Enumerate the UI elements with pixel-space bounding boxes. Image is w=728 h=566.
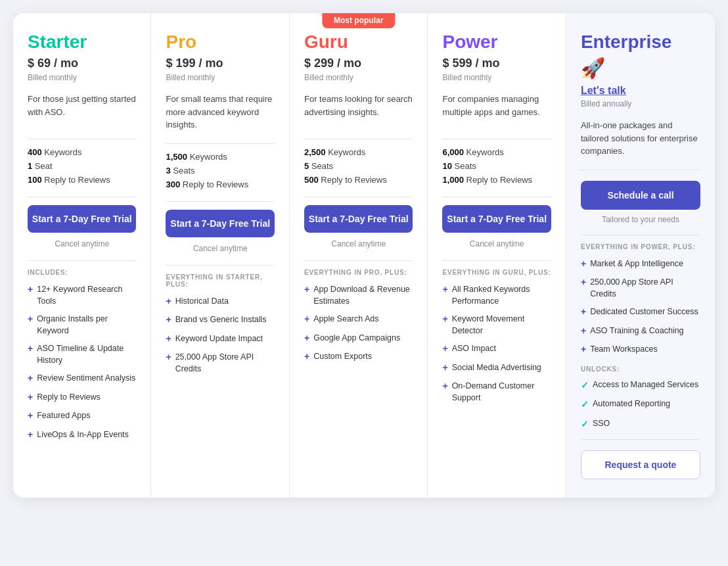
plus-icon: + [581,325,586,338]
pro-plan-desc: For small teams that require more advanc… [166,93,274,131]
power-metrics: 6,000 Keywords10 Seats1,000 Reply to Rev… [442,147,551,185]
guru-trial-button[interactable]: Start a 7-Day Free Trial [304,205,413,233]
plus-icon: + [442,342,447,356]
plus-icon: + [166,333,171,346]
enterprise-desc: All-in-one packages and tailored solutio… [581,119,700,158]
power-metric: 1,000 Reply to Reviews [442,175,551,185]
guru-plan-desc: For teams looking for search advertising… [304,93,413,127]
unlock-item: ✓Access to Managed Services [581,379,700,392]
feature-text: Custom Exports [313,351,372,363]
guru-billed-note: Billed monthly [304,73,413,82]
guru-plan-price: $ 299 / mo [304,57,413,70]
feature-item: +25,000 App Store API Credits [166,352,274,375]
most-popular-badge: Most popular [322,13,395,28]
feature-text: LiveOps & In-App Events [37,429,129,441]
plus-icon: + [304,313,309,326]
guru-cancel-note: Cancel anytime [304,239,413,248]
plan-col-power: Power$ 599 / moBilled monthlyFor compani… [428,13,566,498]
plus-icon: + [28,429,33,442]
plus-icon: + [442,362,447,375]
feature-item: +Keyword Movement Detector [442,314,551,337]
power-plan-name: Power [442,32,551,53]
unlocks-list: ✓Access to Managed Services✓Automated Re… [581,379,700,431]
check-icon: ✓ [581,379,589,392]
feature-text: Team Workspaces [590,344,658,356]
plus-icon: + [581,306,586,319]
power-cancel-note: Cancel anytime [442,239,551,248]
feature-text: Dedicated Customer Success [590,306,698,318]
feature-text: Apple Search Ads [313,314,378,325]
feature-item: +Team Workspaces [581,344,700,356]
power-billed-note: Billed monthly [442,73,551,82]
unlock-item: ✓Automated Reporting [581,398,700,412]
feature-item: +ASO Impact [442,343,551,356]
pro-metric: 1,500 Keywords [166,152,274,162]
power-feature-list: +All Ranked Keywords Performance+Keyword… [442,284,551,404]
starter-plan-name: Starter [28,32,136,53]
lets-talk-link[interactable]: Let's talk [581,85,700,97]
unlocks-label: UNLOCKS: [581,366,700,373]
plus-icon: + [304,350,309,364]
feature-item: +ASO Training & Coaching [581,325,700,338]
plus-icon: + [442,380,447,393]
starter-cancel-note: Cancel anytime [28,239,136,248]
feature-text: ASO Training & Coaching [590,325,683,337]
pro-trial-button[interactable]: Start a 7-Day Free Trial [166,210,274,237]
plus-icon: + [166,295,171,308]
feature-item: +Custom Exports [304,351,413,364]
feature-text: ASO Timeline & Update History [37,343,136,366]
feature-text: Review Sentiment Analysis [37,373,135,385]
feature-text: 25,000 App Store API Credits [175,352,275,375]
plan-col-pro: Pro$ 199 / moBilled monthlyFor small tea… [151,13,289,498]
pro-section-label: EVERYTHING IN STARTER, PLUS: [166,273,274,288]
starter-feature-list: +12+ Keyword Research Tools+Organic Inst… [28,284,136,441]
pro-billed-note: Billed monthly [166,73,274,82]
schedule-call-button[interactable]: Schedule a call [581,181,700,210]
plus-icon: + [304,283,309,296]
enterprise-plan-name: Enterprise [581,32,700,53]
feature-text: Social Media Advertising [452,362,541,374]
feature-item: +Organic Installs per Keyword [28,314,136,337]
enterprise-feature-list: +Market & App Intelligence+250,000 App S… [581,258,700,356]
feature-text: 250,000 App Store API Credits [590,277,700,300]
starter-metrics: 400 Keywords1 Seat100 Reply to Reviews [28,147,136,185]
feature-item: +Reply to Reviews [28,392,136,404]
unlock-text: Access to Managed Services [593,379,698,391]
starter-trial-button[interactable]: Start a 7-Day Free Trial [28,205,136,233]
starter-plan-price: $ 69 / mo [28,57,136,70]
feature-item: +Keyword Update Impact [166,333,274,346]
request-quote-button[interactable]: Request a quote [581,450,700,479]
pro-metric: 3 Seats [166,166,274,176]
plus-icon: + [442,313,447,326]
guru-metric: 2,500 Keywords [304,147,413,157]
feature-item: +ASO Timeline & Update History [28,343,136,366]
feature-item: +Apple Search Ads [304,314,413,326]
pro-feature-list: +Historical Data+Brand vs Generic Instal… [166,296,274,375]
plan-col-guru: Most popularGuru$ 299 / moBilled monthly… [290,13,428,498]
power-trial-button[interactable]: Start a 7-Day Free Trial [442,205,551,233]
feature-text: 12+ Keyword Research Tools [37,284,136,307]
plus-icon: + [442,283,447,296]
guru-feature-list: +App Download & Revenue Estimates+Apple … [304,284,413,364]
power-metric: 6,000 Keywords [442,147,551,157]
power-plan-desc: For companies managing multiple apps and… [442,93,551,127]
feature-text: On-Demand Customer Support [452,381,551,404]
feature-text: Keyword Update Impact [175,333,263,345]
guru-section-label: EVERYTHING IN PRO, PLUS: [304,269,413,276]
feature-text: Historical Data [175,296,229,308]
pro-cancel-note: Cancel anytime [166,244,274,253]
plus-icon: + [28,410,33,423]
plus-icon: + [166,314,171,327]
feature-item: +Featured Apps [28,410,136,423]
feature-text: Organic Installs per Keyword [37,314,136,337]
power-metric: 10 Seats [442,161,551,171]
plus-icon: + [581,343,586,356]
feature-item: +LiveOps & In-App Events [28,429,136,442]
plus-icon: + [28,391,33,404]
power-plan-price: $ 599 / mo [442,57,551,70]
power-section-label: EVERYTHING IN GURU, PLUS: [442,269,551,276]
feature-item: +Google App Campaigns [304,333,413,345]
starter-plan-desc: For those just getting started with ASO. [28,93,136,127]
feature-text: ASO Impact [452,343,496,355]
feature-item: +Social Media Advertising [442,362,551,375]
